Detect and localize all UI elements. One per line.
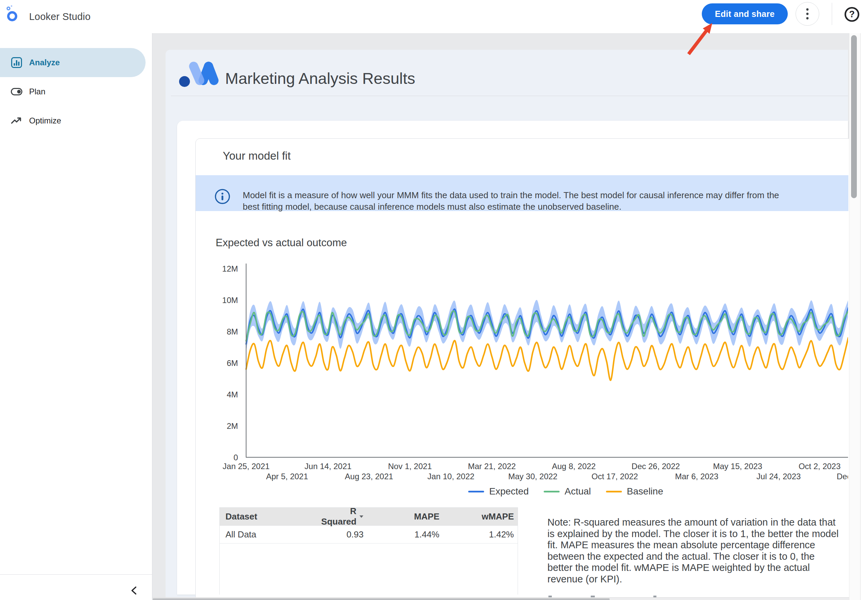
- marketing-platform-logo: [179, 62, 219, 88]
- legend-swatch: [606, 491, 622, 492]
- legend-swatch: [468, 491, 484, 492]
- info-icon: [214, 189, 230, 204]
- sidebar-item-label: Analyze: [29, 58, 60, 67]
- column-header-dataset[interactable]: Dataset: [220, 511, 318, 522]
- legend-label: Actual: [565, 486, 591, 497]
- legend-item-expected[interactable]: Expected: [468, 486, 529, 497]
- sidebar: Analyze Plan Optimize: [0, 33, 152, 600]
- table-row: All Data 0.93 1.44% 1.42%: [220, 526, 518, 544]
- sidebar-item-label: Optimize: [29, 116, 61, 126]
- looker-studio-page: { "header": { "app_title": "Looker Studi…: [0, 0, 868, 600]
- column-header-r-squared[interactable]: R Squared: [318, 506, 363, 527]
- svg-text:?: ?: [849, 9, 855, 19]
- optimize-icon: [11, 115, 22, 126]
- note-text: Note: R-squared measures the amount of v…: [547, 517, 868, 585]
- horizontal-scrollbar-thumb[interactable]: [153, 598, 610, 600]
- column-header-mape[interactable]: MAPE: [363, 511, 439, 522]
- collapse-sidebar-chevron[interactable]: [130, 586, 138, 595]
- app-title: Looker Studio: [29, 0, 91, 33]
- annotation-arrow: [677, 17, 721, 61]
- legend-item-baseline[interactable]: Baseline: [606, 486, 663, 497]
- cell-dataset: All Data: [220, 529, 318, 540]
- title-divider: [171, 96, 848, 96]
- vertical-scrollbar-thumb[interactable]: [851, 35, 857, 198]
- sidebar-item-label: Plan: [29, 87, 46, 96]
- header-divider: [832, 3, 832, 25]
- legend-swatch: [544, 491, 559, 492]
- plan-toggle-icon: [11, 86, 22, 97]
- report-title: Marketing Analysis Results: [225, 69, 415, 88]
- table-header-row: Dataset R Squared MAPE wMAPE: [220, 508, 518, 526]
- analyze-icon: [11, 57, 22, 68]
- more-options-button[interactable]: [795, 2, 819, 26]
- chart-legend: ExpectedActualBaseline: [468, 486, 663, 497]
- sidebar-item-plan[interactable]: Plan: [0, 77, 146, 106]
- sort-descending-icon: [359, 515, 363, 518]
- cell-wmape: 1.42%: [439, 529, 514, 540]
- column-header-wmape[interactable]: wMAPE: [439, 511, 514, 522]
- legend-label: Expected: [489, 486, 529, 497]
- kebab-icon: [806, 8, 809, 20]
- sidebar-footer-divider: [0, 574, 152, 575]
- sidebar-item-analyze[interactable]: Analyze: [0, 48, 146, 77]
- chart-title: Expected vs actual outcome: [216, 237, 347, 249]
- legend-label: Baseline: [627, 486, 663, 497]
- right-margin: [861, 33, 868, 600]
- cell-r-squared: 0.93: [318, 529, 363, 540]
- looker-logo-icon: [5, 5, 20, 24]
- legend-item-actual[interactable]: Actual: [544, 486, 591, 497]
- help-icon[interactable]: ?: [844, 7, 860, 22]
- sidebar-item-optimize[interactable]: Optimize: [0, 106, 146, 135]
- model-fit-title: Your model fit: [223, 150, 291, 162]
- app-header: Looker Studio Edit and share ?: [0, 0, 868, 33]
- info-banner-text: Model fit is a measure of how well your …: [243, 190, 859, 212]
- model-fit-table: Dataset R Squared MAPE wMAPE All Data 0.…: [219, 507, 518, 595]
- cell-mape: 1.44%: [363, 529, 439, 540]
